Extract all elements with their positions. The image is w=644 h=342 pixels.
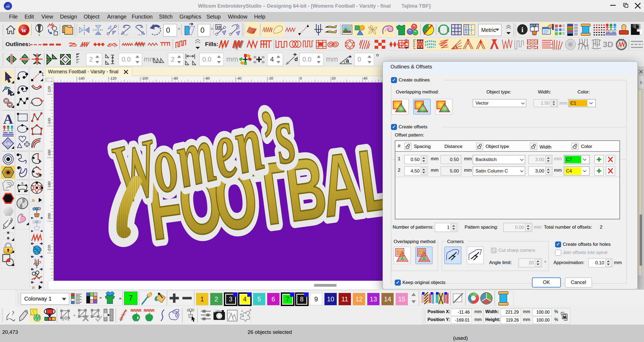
- svg-text:0: 0: [300, 76, 302, 80]
- svg-text:-160: -160: [47, 150, 51, 157]
- svg-text:-60: -60: [204, 76, 210, 80]
- svg-text:-40: -40: [236, 76, 242, 80]
- svg-text:-120: -120: [109, 76, 116, 80]
- svg-text:10: 10: [216, 25, 221, 29]
- svg-text:a: a: [346, 57, 349, 64]
- svg-text:-120: -120: [47, 86, 51, 93]
- svg-text:-140: -140: [77, 76, 85, 80]
- svg-text:i: i: [521, 25, 523, 34]
- svg-text:-80: -80: [173, 76, 178, 80]
- svg-text:-20: -20: [268, 76, 273, 80]
- svg-text:-100: -100: [141, 76, 148, 80]
- svg-text:d: d: [294, 56, 298, 62]
- svg-text:20: 20: [332, 76, 336, 80]
- svg-text:-200: -200: [47, 213, 51, 220]
- svg-text:-180: -180: [47, 181, 51, 189]
- svg-text:e4s: e4s: [6, 5, 10, 8]
- svg-text:-140: -140: [47, 118, 51, 125]
- svg-text:ABc: ABc: [4, 142, 12, 146]
- svg-text:-220: -220: [47, 245, 51, 252]
- svg-text:1: 1: [41, 72, 44, 77]
- svg-text:40: 40: [363, 76, 367, 80]
- svg-text:w: w: [21, 26, 27, 34]
